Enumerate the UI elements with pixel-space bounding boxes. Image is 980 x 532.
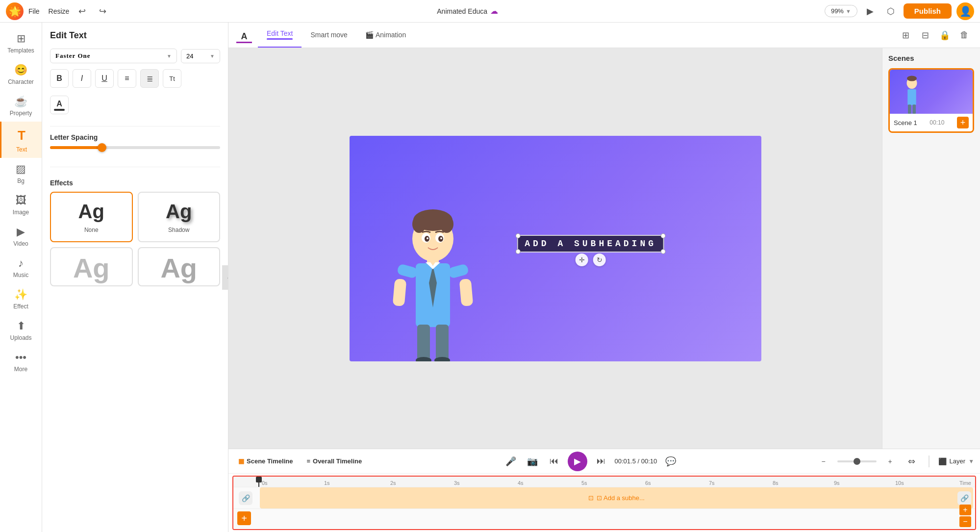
align-button[interactable]: ≣ <box>140 69 159 88</box>
topbar-actions: ▶ ⬡ Publish 👤 <box>862 2 974 20</box>
timeline-skip-back[interactable]: ⏮ <box>546 454 562 469</box>
menu-resize[interactable]: Resize <box>49 7 70 15</box>
templates-icon: ⊞ <box>17 32 25 45</box>
redo-button[interactable]: ↪ <box>95 3 110 19</box>
publish-button[interactable]: Publish <box>904 3 952 19</box>
resize-handle-br[interactable] <box>661 249 666 254</box>
character-icon: 😊 <box>14 64 27 76</box>
timeline-zoom-in-btn[interactable]: + <box>959 505 971 515</box>
resize-handle-bl[interactable] <box>515 249 520 254</box>
overall-timeline-icon: ≡ <box>306 457 310 465</box>
timeline-mic-icon[interactable]: 🎤 <box>503 454 519 469</box>
sidebar-item-label: Bg <box>17 177 25 184</box>
sidebar-item-effect[interactable]: ✨ Effect <box>0 283 42 315</box>
ruler-mark-1s: 1s <box>324 480 330 486</box>
font-family-selector[interactable]: Faster One ▼ <box>50 49 177 63</box>
effect-shadow-preview: Ag <box>166 201 192 223</box>
resize-handle-tr[interactable] <box>661 233 666 238</box>
timeline-zoom-out-btn[interactable]: − <box>959 516 971 527</box>
uploads-icon: ⬆ <box>17 320 25 332</box>
timeline-playhead[interactable] <box>258 477 259 487</box>
scene-1-card[interactable]: Scene 1 00:10 + <box>888 68 974 133</box>
add-scene-button[interactable]: + <box>957 117 969 128</box>
effect-shadow[interactable]: Ag Shadow <box>138 192 221 242</box>
zoom-plus-icon[interactable]: + <box>882 454 898 469</box>
preview-button[interactable]: ▶ <box>862 3 878 19</box>
layout-icon[interactable]: ⊟ <box>917 27 933 43</box>
track-end-link-icon[interactable]: 🔗 <box>957 491 971 505</box>
timeline-skip-fwd[interactable]: ⏭ <box>593 454 609 469</box>
track-content-subheading[interactable]: ⊡ ⊡ Add a subhe... 🔗 <box>260 487 973 508</box>
resize-handle-tl[interactable] <box>515 233 520 238</box>
svg-point-27 <box>907 76 917 81</box>
app-logo[interactable]: 🌟 <box>6 2 24 20</box>
move-control-btn[interactable]: ✛ <box>576 253 588 266</box>
timeline-ruler: 0s 1s 2s 3s 4s 5s 6s 7s 8s 9s 10s Time <box>233 477 975 487</box>
font-controls: Faster One ▼ 24 ▼ <box>50 49 220 63</box>
property-icon: ☕ <box>14 95 27 108</box>
user-avatar[interactable]: 👤 <box>956 2 974 20</box>
sidebar-item-uploads[interactable]: ⬆ Uploads <box>0 315 42 346</box>
text-style-a-icon[interactable]: A <box>236 27 252 43</box>
overall-timeline-btn[interactable]: ≡ Overall Timeline <box>302 456 366 467</box>
letter-spacing-slider[interactable] <box>50 146 220 149</box>
layer-dropdown[interactable]: ⬛ Layer ▼ <box>938 457 974 465</box>
scene-timeline-btn[interactable]: ▦ Scene Timeline <box>234 456 297 467</box>
effect-none[interactable]: Ag None <box>50 192 133 242</box>
tab-edit-text[interactable]: Edit Text <box>258 23 302 48</box>
text-transform-button[interactable]: Tt <box>163 69 181 88</box>
effect-other[interactable]: Ag <box>138 247 221 286</box>
italic-button[interactable]: I <box>73 69 91 88</box>
sidebar-item-image[interactable]: 🖼 Image <box>0 189 42 221</box>
lock-icon[interactable]: 🔒 <box>937 27 953 43</box>
timeline-play-button[interactable]: ▶ <box>568 452 587 471</box>
zoom-track[interactable] <box>837 460 877 462</box>
sidebar-item-property[interactable]: ☕ Property <box>0 90 42 122</box>
ruler-mark-4s: 4s <box>518 480 524 486</box>
sidebar-item-character[interactable]: 😊 Character <box>0 59 42 90</box>
svg-rect-2 <box>417 325 430 361</box>
timeline-track-area: 0s 1s 2s 3s 4s 5s 6s 7s 8s 9s 10s Time <box>232 476 976 530</box>
list-button[interactable]: ≡ <box>118 69 136 88</box>
sidebar-item-text[interactable]: T Text <box>0 122 42 158</box>
expand-icon[interactable]: ⇔ <box>904 454 920 469</box>
sidebar-item-video[interactable]: ▶ Video <box>0 221 42 252</box>
underline-button[interactable]: U <box>95 69 114 88</box>
collapse-panel-button[interactable]: ‹ <box>222 265 228 290</box>
timeline-camera-icon[interactable]: 📷 <box>525 454 540 469</box>
canvas[interactable]: ADD A SUBHEADING ✛ ↻ <box>350 136 761 361</box>
timeline-captions-btn[interactable]: 💬 <box>663 454 678 469</box>
font-size-selector[interactable]: 24 ▼ <box>181 49 220 63</box>
share-button[interactable]: ⬡ <box>883 3 899 19</box>
sidebar-item-more[interactable]: ••• More <box>0 346 42 378</box>
grid-icon[interactable]: ⊞ <box>898 27 913 43</box>
sidebar-item-templates[interactable]: ⊞ Templates <box>0 27 42 59</box>
menu-file[interactable]: File <box>28 7 40 15</box>
rotate-control-btn[interactable]: ↻ <box>593 253 606 266</box>
ruler-mark-0s: 0s <box>262 480 268 486</box>
tab-animation[interactable]: 🎬 Animation <box>356 23 415 48</box>
bg-icon: ▨ <box>16 163 26 176</box>
effect-outline[interactable]: Ag <box>50 247 133 286</box>
bold-button[interactable]: B <box>50 69 69 88</box>
delete-icon[interactable]: 🗑 <box>956 27 972 43</box>
add-track-button[interactable]: + <box>237 511 251 525</box>
canvas-text-content: ADD A SUBHEADING <box>525 239 656 249</box>
track-link-label: 🔗 <box>233 491 258 505</box>
timeline-controls: ▦ Scene Timeline ≡ Overall Timeline 🎤 📷 … <box>228 449 980 474</box>
sidebar-item-label: Text <box>16 146 27 153</box>
undo-button[interactable]: ↩ <box>74 3 90 19</box>
sidebar-item-bg[interactable]: ▨ Bg <box>0 158 42 189</box>
ruler-mark-3s: 3s <box>454 480 460 486</box>
track-link-icon[interactable]: 🔗 <box>239 491 252 505</box>
tab-smart-move[interactable]: Smart move <box>302 23 356 48</box>
svg-rect-3 <box>436 325 449 361</box>
sidebar-item-label: Character <box>8 78 34 85</box>
zoom-control[interactable]: 99% ▼ <box>825 5 857 17</box>
toolbar: A Edit Text Smart move 🎬 Animation ⊞ ⊟ 🔒… <box>228 23 980 48</box>
sidebar-item-music[interactable]: ♪ Music <box>0 252 42 283</box>
text-color-button[interactable]: A <box>50 96 69 114</box>
zoom-minus-icon[interactable]: − <box>816 454 831 469</box>
canvas-textbox[interactable]: ADD A SUBHEADING ✛ ↻ <box>517 235 664 253</box>
scene-1-name: Scene 1 <box>894 119 917 127</box>
